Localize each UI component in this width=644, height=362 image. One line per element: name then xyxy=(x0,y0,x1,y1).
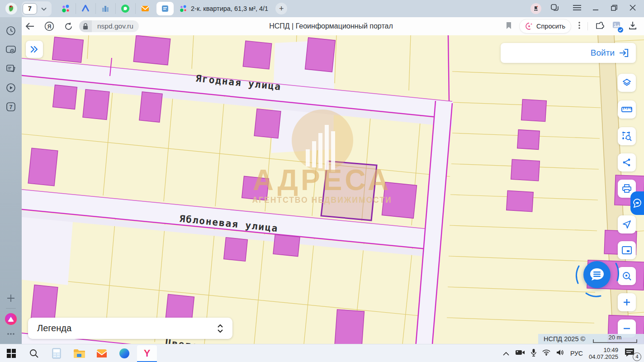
yandex-search-icon[interactable]: Я xyxy=(44,21,54,31)
page-title: НСПД | Геоинформационный портал xyxy=(269,22,393,30)
feedback-tab-button[interactable] xyxy=(630,191,644,215)
copyright-text: НСПД 2025 © xyxy=(544,335,585,343)
video-icon[interactable] xyxy=(5,82,16,93)
menu-icon[interactable] xyxy=(573,5,581,13)
building[interactable] xyxy=(224,238,248,262)
url-field[interactable]: nspd.gov.ru xyxy=(79,20,139,32)
building[interactable] xyxy=(273,234,300,256)
downloads-icon[interactable] xyxy=(629,21,637,32)
building[interactable] xyxy=(517,130,540,150)
expand-panel-button[interactable] xyxy=(26,41,43,58)
login-label[interactable]: Войти xyxy=(591,48,615,58)
active-tab[interactable]: 2-к. квартира, 61,3 м², 4/1 xyxy=(179,5,268,13)
building[interactable] xyxy=(305,38,336,72)
tab-counter[interactable]: 7 xyxy=(22,1,52,16)
yandex-browser-button[interactable]: Y xyxy=(136,344,158,362)
pinned-tab-whatsapp-icon[interactable] xyxy=(115,3,131,14)
minimize-button[interactable] xyxy=(593,5,599,13)
chat-button[interactable] xyxy=(583,261,611,288)
start-button[interactable] xyxy=(0,344,23,362)
notification-badge: 4 xyxy=(633,352,641,361)
login-icon xyxy=(619,48,629,57)
rail-more-icon[interactable] xyxy=(5,329,16,339)
building[interactable] xyxy=(139,92,162,122)
my-location-button[interactable] xyxy=(618,215,636,233)
history-icon[interactable] xyxy=(5,25,16,36)
add-panel-icon[interactable] xyxy=(5,293,16,304)
building[interactable] xyxy=(334,310,365,344)
news-feed-icon[interactable] xyxy=(5,63,16,74)
tab-favicon-icon xyxy=(179,5,187,13)
calculator-app-button[interactable] xyxy=(45,344,68,362)
reload-button[interactable] xyxy=(64,22,73,31)
legend-panel[interactable]: Легенда xyxy=(28,318,232,339)
alice-assistant-icon[interactable] xyxy=(5,313,17,325)
tray-chevron-icon[interactable] xyxy=(503,349,509,357)
taskbar-clock[interactable]: 10:49 04.07.2025 xyxy=(589,347,618,360)
tray-camera-icon[interactable] xyxy=(515,349,525,357)
building[interactable] xyxy=(83,89,109,119)
chevron-down-icon[interactable] xyxy=(37,5,51,13)
file-explorer-button[interactable] xyxy=(68,344,90,362)
building[interactable] xyxy=(31,285,58,323)
maximize-button[interactable] xyxy=(611,5,618,13)
area-search-button[interactable] xyxy=(618,127,636,145)
building[interactable] xyxy=(52,37,84,62)
profile-avatar[interactable] xyxy=(530,3,541,14)
keyboard-language[interactable]: РУС xyxy=(570,350,583,357)
legend-label: Легенда xyxy=(37,323,71,333)
browser-logo-icon[interactable] xyxy=(5,3,17,14)
address-bar: Я nspd.gov.ru НСПД | Геоинформационный п… xyxy=(18,17,644,35)
url-text[interactable]: nspd.gov.ru xyxy=(92,20,139,32)
notification-center-button[interactable]: 4 xyxy=(624,348,639,359)
taskbar-time: 10:49 xyxy=(589,347,618,353)
new-tab-button[interactable]: + xyxy=(275,3,287,14)
cadastral-map[interactable]: АДРЕСА АГЕНТСТВО НЕДВИЖИМОСТИ Ягодная ул… xyxy=(22,35,644,344)
tab-count[interactable]: 7 xyxy=(23,3,37,14)
share-button[interactable] xyxy=(618,153,636,171)
tray-volume-icon[interactable] xyxy=(556,349,564,358)
map-attribution: НСПД 2025 © 20 m xyxy=(538,334,644,344)
bookmark-icon[interactable] xyxy=(506,22,512,31)
map-canvas[interactable]: АДРЕСА АГЕНТСТВО НЕДВИЖИМОСТИ Ягодная ул… xyxy=(22,35,644,344)
edge-browser-button[interactable] xyxy=(113,344,136,362)
taskbar-date: 04.07.2025 xyxy=(589,353,618,360)
building[interactable] xyxy=(133,35,170,65)
watermark-subtitle: АГЕНТСТВО НЕДВИЖИМОСТИ xyxy=(252,195,392,205)
pinned-tab-active[interactable] xyxy=(156,2,174,15)
mail-app-button[interactable] xyxy=(90,344,113,362)
measure-button[interactable] xyxy=(618,100,636,119)
layers-button[interactable] xyxy=(618,74,636,92)
legend-collapse-icon[interactable] xyxy=(217,324,223,333)
close-button[interactable] xyxy=(630,5,636,13)
pinned-tab-mail-icon[interactable] xyxy=(135,3,151,14)
login-bar[interactable]: Войти xyxy=(501,43,636,63)
tray-wifi-icon[interactable] xyxy=(542,349,550,357)
building[interactable] xyxy=(243,41,271,69)
screen: 7 2-к. xyxy=(0,0,644,362)
screenshot-tool-icon[interactable] xyxy=(612,21,621,32)
back-button[interactable] xyxy=(25,23,34,30)
tray-microphone-icon[interactable] xyxy=(531,348,536,358)
scale-label: 20 m xyxy=(609,334,622,341)
building[interactable] xyxy=(507,191,534,211)
tab-groups-icon[interactable] xyxy=(550,4,559,14)
pinned-tab-a-icon[interactable] xyxy=(76,3,91,14)
pinned-tab-building-icon[interactable] xyxy=(95,3,111,14)
more-options-icon[interactable] xyxy=(578,22,580,31)
building[interactable] xyxy=(28,148,58,186)
taskbar-search-button[interactable] xyxy=(23,344,45,362)
extensions-icon[interactable] xyxy=(595,21,605,32)
building[interactable] xyxy=(511,159,540,181)
building[interactable] xyxy=(521,99,547,121)
ask-ai-button[interactable]: Спросить xyxy=(519,19,571,33)
tabs-seven-icon[interactable]: 7 xyxy=(5,101,16,112)
screenshot-icon[interactable] xyxy=(5,44,16,55)
building[interactable] xyxy=(53,85,77,110)
building[interactable] xyxy=(254,109,281,138)
tab-title: 2-к. квартира, 61,3 м², 4/1 xyxy=(191,5,268,12)
browser-side-rail: 7 xyxy=(0,17,22,344)
lock-icon[interactable] xyxy=(79,20,92,32)
pinned-tab-avito-icon[interactable] xyxy=(60,3,71,14)
ai-chat-icon xyxy=(525,22,533,30)
